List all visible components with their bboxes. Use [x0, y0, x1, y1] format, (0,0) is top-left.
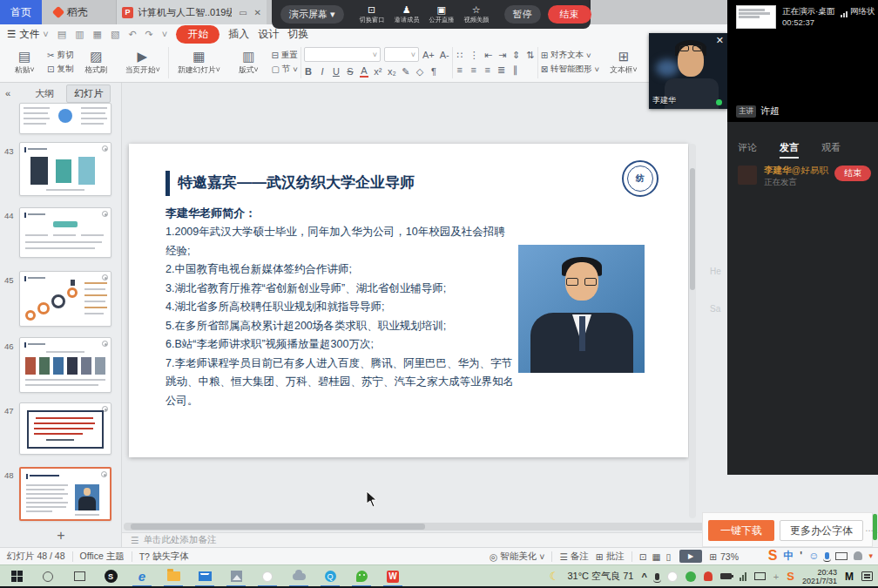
taskbar-mail[interactable] [192, 565, 218, 587]
line-spacing-button[interactable]: ⇕ [512, 50, 521, 61]
undo-icon[interactable]: ↶ [128, 29, 136, 40]
increase-font-icon[interactable]: A+ [422, 50, 435, 60]
align-center-button[interactable]: ≡ [469, 64, 478, 75]
taskbar-app-circle[interactable] [254, 565, 280, 587]
bullets-button[interactable]: ∷ [456, 50, 464, 61]
subscript-button[interactable]: x₂ [388, 66, 396, 77]
open-icon[interactable]: ▥ [75, 29, 84, 40]
weather-text[interactable]: 31°C 空气良 71 [567, 570, 633, 583]
taskbar-wps-writer[interactable]: W [380, 565, 406, 587]
bold-button[interactable]: B [304, 66, 313, 77]
download-all-fonts-button[interactable]: 一键下载 [708, 520, 774, 541]
copy-button[interactable]: ⊡ 复制 [47, 64, 73, 75]
layout-button[interactable]: ▥ 版式˅ [228, 49, 268, 76]
punctuation-icon[interactable]: ' [800, 550, 802, 562]
view-normal-button[interactable]: ⊡ [639, 551, 647, 562]
tab-restore-icon[interactable]: ▭ [239, 8, 247, 17]
add-slide-button[interactable]: + [0, 528, 122, 544]
emoji-icon[interactable]: ☺ [808, 550, 819, 562]
end-speaking-button[interactable]: 结束 [834, 166, 871, 181]
numbering-button[interactable]: ⋮ [469, 50, 479, 61]
horizontal-scroll-thumb[interactable] [131, 524, 425, 530]
ime-indicator[interactable]: M [845, 571, 854, 583]
smart-beautify-button[interactable]: ◎ 智能美化 ˅ [490, 551, 544, 563]
taskbar-qq[interactable]: Q [317, 565, 343, 587]
tab-watching[interactable]: 观看 [821, 141, 841, 159]
start-button[interactable] [3, 565, 30, 587]
increase-indent-button[interactable]: ⇥ [498, 50, 507, 61]
switch-window-button[interactable]: ⊡ 切换窗口 [358, 4, 386, 24]
slide-canvas[interactable]: 特邀嘉宾——武汉纺织大学企业导师 纺 李建华老师简介： 1.2009年武汉大学硕… [129, 144, 688, 457]
play-from-page-button[interactable]: ▶ 当页开始˅ [118, 49, 165, 76]
slide-thumbnail-46[interactable] [19, 337, 111, 393]
toolbox-icon[interactable]: ▾ [868, 551, 873, 560]
zoom-level[interactable]: 73% [720, 551, 739, 562]
slide-title[interactable]: 特邀嘉宾——武汉纺织大学企业导师 [178, 172, 415, 193]
underline-button[interactable]: U [332, 66, 341, 77]
strikethrough-button[interactable]: S [346, 66, 355, 77]
weather-moon-icon[interactable]: ☾ [550, 570, 560, 583]
end-presentation-button[interactable]: 结束 [548, 5, 591, 24]
taskbar-ie[interactable]: e [129, 565, 155, 587]
tray-circle-icon[interactable] [667, 571, 678, 582]
paste-button[interactable]: ▤ 粘贴˅ [4, 49, 44, 76]
presentation-preview-thumbnail[interactable] [736, 5, 776, 29]
speaker-photo[interactable] [518, 245, 645, 373]
ribbon-tab-insert[interactable]: 插入 [228, 27, 249, 42]
keyboard-icon[interactable] [835, 552, 848, 560]
display-icon[interactable] [754, 572, 766, 580]
language-mode-icon[interactable]: 中 [783, 549, 794, 564]
usb-icon[interactable]: + [773, 571, 779, 582]
tab-document[interactable]: P 计算机与人工智..019级家长会 ▭ ✕ [117, 0, 267, 24]
view-reading-button[interactable]: ▯ [665, 551, 671, 562]
slide-thumbnail-44[interactable] [19, 207, 111, 258]
decrease-font-icon[interactable]: A- [440, 50, 449, 60]
redo-icon[interactable]: ↷ [145, 29, 153, 40]
slide-thumbnail-45[interactable] [19, 271, 111, 327]
format-painter-button[interactable]: ▨ 格式刷 [76, 49, 116, 76]
invite-members-button[interactable]: ♟ 邀请成员 [393, 4, 421, 24]
theme-name[interactable]: Office 主题 [80, 551, 125, 563]
cortana-button[interactable] [35, 565, 61, 587]
slide-thumbnail-42[interactable] [19, 103, 111, 134]
network-status[interactable]: 网络状 [841, 6, 878, 17]
tab-close-icon[interactable]: ✕ [254, 8, 261, 17]
notes-toggle-button[interactable]: ☰ 备注 [559, 551, 588, 563]
task-view-button[interactable] [66, 565, 92, 587]
ribbon-tab-design[interactable]: 设计 [258, 27, 279, 42]
superscript-button[interactable]: x² [374, 66, 382, 77]
section-button[interactable]: ▢ 节 ˅ [271, 64, 298, 75]
network-tray-icon[interactable] [740, 572, 746, 581]
clock[interactable]: 20:43 2021/7/31 [802, 568, 837, 585]
taskbar-wps-office[interactable]: S [98, 565, 124, 587]
close-icon[interactable]: ✕ [716, 35, 724, 46]
justify-button[interactable]: ≣ [497, 64, 506, 76]
tab-docer[interactable]: 稻壳 [44, 0, 117, 24]
smart-graphic-button[interactable]: ⊠ 转智能图形 ˅ [541, 64, 599, 75]
ribbon-tab-start[interactable]: 开始 [176, 25, 220, 44]
tim-icon[interactable] [704, 571, 713, 581]
battery-icon[interactable] [720, 573, 732, 579]
horizontal-scrollbar[interactable] [124, 523, 726, 531]
slide-thumbnail-47[interactable] [19, 402, 111, 455]
ribbon-tab-transition[interactable]: 切换 [287, 27, 308, 42]
sogou-icon[interactable]: S [768, 548, 778, 564]
vertical-scroll-thumb[interactable] [690, 168, 695, 290]
file-menu[interactable]: ☰ 文件 ˅ [7, 28, 49, 41]
taskbar-photos[interactable] [223, 565, 249, 587]
more-office-fonts-button[interactable]: 更多办公字体 [780, 520, 863, 541]
user-icon[interactable] [854, 551, 862, 560]
tab-comments[interactable]: 评论 [738, 141, 757, 159]
mic-tray-icon[interactable] [655, 573, 659, 580]
public-live-button[interactable]: ▣ 公开直播 [428, 4, 456, 24]
columns-button[interactable]: ∥ [511, 64, 520, 76]
sort-text-button[interactable]: ⇅ [526, 50, 535, 61]
tab-slides[interactable]: 幻灯片 [66, 84, 111, 103]
reset-button[interactable]: ⊟ 重置 [271, 50, 298, 61]
tab-speaking[interactable]: 发言 [780, 141, 799, 159]
new-slide-button[interactable]: ▦ 新建幻灯片˅ [172, 49, 226, 76]
hidden-icons-chevron[interactable]: ^ [641, 571, 646, 582]
align-left-button[interactable]: ≡ [456, 64, 464, 75]
tab-outline[interactable]: 大纲 [35, 87, 54, 100]
decrease-indent-button[interactable]: ⇤ [484, 50, 493, 61]
